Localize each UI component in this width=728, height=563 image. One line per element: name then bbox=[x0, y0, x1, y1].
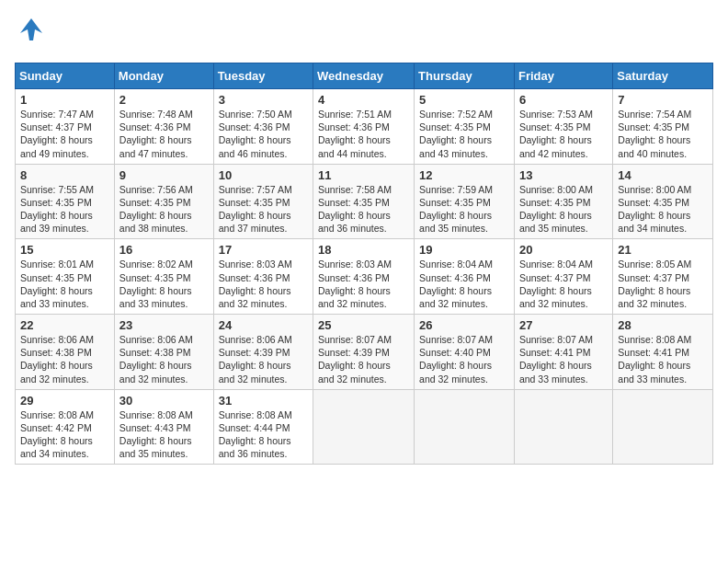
day-number: 10 bbox=[219, 168, 308, 182]
daylight-label: Daylight: 8 hours and 46 minutes. bbox=[219, 134, 291, 158]
daylight-label: Daylight: 8 hours and 49 minutes. bbox=[20, 134, 93, 158]
day-cell-6: 6 Sunrise: 7:53 AM Sunset: 4:35 PM Dayli… bbox=[514, 89, 612, 165]
day-detail: Sunrise: 8:08 AM Sunset: 4:43 PM Dayligh… bbox=[119, 408, 209, 461]
weekday-header-sunday: Sunday bbox=[16, 63, 115, 89]
calendar-week-4: 22 Sunrise: 8:06 AM Sunset: 4:38 PM Dayl… bbox=[16, 315, 713, 390]
sunrise-label: Sunrise: 7:53 AM bbox=[519, 109, 593, 120]
day-cell-15: 15 Sunrise: 8:01 AM Sunset: 4:35 PM Dayl… bbox=[16, 239, 115, 315]
sunrise-label: Sunrise: 8:06 AM bbox=[20, 334, 94, 345]
day-number: 18 bbox=[318, 243, 409, 257]
day-cell-17: 17 Sunrise: 8:03 AM Sunset: 4:36 PM Dayl… bbox=[213, 239, 313, 315]
weekday-header-wednesday: Wednesday bbox=[313, 63, 415, 89]
empty-cell bbox=[514, 389, 612, 465]
daylight-label: Daylight: 8 hours and 38 minutes. bbox=[119, 210, 192, 234]
sunrise-label: Sunrise: 7:50 AM bbox=[219, 109, 292, 120]
daylight-label: Daylight: 8 hours and 32 minutes. bbox=[20, 360, 93, 384]
sunrise-label: Sunrise: 8:07 AM bbox=[519, 334, 593, 345]
svg-marker-0 bbox=[20, 18, 42, 40]
day-detail: Sunrise: 8:06 AM Sunset: 4:38 PM Dayligh… bbox=[119, 333, 209, 385]
daylight-label: Daylight: 8 hours and 35 minutes. bbox=[419, 210, 492, 234]
daylight-label: Daylight: 8 hours and 34 minutes. bbox=[20, 435, 93, 459]
day-detail: Sunrise: 7:58 AM Sunset: 4:35 PM Dayligh… bbox=[318, 183, 409, 236]
day-number: 4 bbox=[318, 93, 409, 107]
day-detail: Sunrise: 8:08 AM Sunset: 4:44 PM Dayligh… bbox=[219, 408, 308, 461]
daylight-label: Daylight: 8 hours and 42 minutes. bbox=[519, 134, 592, 158]
day-detail: Sunrise: 8:07 AM Sunset: 4:39 PM Dayligh… bbox=[318, 333, 409, 385]
page-header bbox=[15, 15, 713, 53]
day-detail: Sunrise: 8:01 AM Sunset: 4:35 PM Dayligh… bbox=[20, 258, 109, 310]
daylight-label: Daylight: 8 hours and 32 minutes. bbox=[219, 360, 291, 384]
day-cell-28: 28 Sunrise: 8:08 AM Sunset: 4:41 PM Dayl… bbox=[613, 315, 713, 390]
sunset-label: Sunset: 4:35 PM bbox=[618, 121, 689, 132]
daylight-label: Daylight: 8 hours and 44 minutes. bbox=[318, 134, 391, 158]
day-number: 16 bbox=[119, 243, 209, 257]
weekday-header-monday: Monday bbox=[114, 63, 213, 89]
day-detail: Sunrise: 8:02 AM Sunset: 4:35 PM Dayligh… bbox=[119, 258, 209, 310]
sunset-label: Sunset: 4:35 PM bbox=[20, 197, 92, 208]
daylight-label: Daylight: 8 hours and 47 minutes. bbox=[119, 134, 192, 158]
sunset-label: Sunset: 4:41 PM bbox=[618, 347, 689, 358]
daylight-label: Daylight: 8 hours and 36 minutes. bbox=[219, 435, 291, 459]
daylight-label: Daylight: 8 hours and 33 minutes. bbox=[618, 360, 690, 384]
sunrise-label: Sunrise: 8:06 AM bbox=[119, 334, 193, 345]
sunrise-label: Sunrise: 8:00 AM bbox=[618, 184, 691, 195]
day-number: 29 bbox=[20, 394, 109, 408]
sunrise-label: Sunrise: 7:58 AM bbox=[318, 184, 392, 195]
sunrise-label: Sunrise: 8:08 AM bbox=[219, 409, 292, 420]
day-detail: Sunrise: 8:08 AM Sunset: 4:42 PM Dayligh… bbox=[20, 408, 109, 461]
day-number: 5 bbox=[419, 93, 509, 107]
day-number: 19 bbox=[419, 243, 509, 257]
sunset-label: Sunset: 4:35 PM bbox=[519, 121, 591, 132]
day-number: 22 bbox=[20, 318, 109, 332]
calendar-week-3: 15 Sunrise: 8:01 AM Sunset: 4:35 PM Dayl… bbox=[16, 239, 713, 315]
day-detail: Sunrise: 8:08 AM Sunset: 4:41 PM Dayligh… bbox=[618, 333, 708, 385]
calendar-week-1: 1 Sunrise: 7:47 AM Sunset: 4:37 PM Dayli… bbox=[16, 89, 713, 165]
day-detail: Sunrise: 7:56 AM Sunset: 4:35 PM Dayligh… bbox=[119, 183, 209, 236]
sunset-label: Sunset: 4:35 PM bbox=[20, 272, 92, 283]
sunset-label: Sunset: 4:35 PM bbox=[318, 197, 390, 208]
sunset-label: Sunset: 4:37 PM bbox=[618, 272, 689, 283]
sunrise-label: Sunrise: 7:52 AM bbox=[419, 109, 493, 120]
sunrise-label: Sunrise: 8:06 AM bbox=[219, 334, 292, 345]
day-cell-18: 18 Sunrise: 8:03 AM Sunset: 4:36 PM Dayl… bbox=[313, 239, 415, 315]
day-cell-20: 20 Sunrise: 8:04 AM Sunset: 4:37 PM Dayl… bbox=[514, 239, 612, 315]
day-cell-9: 9 Sunrise: 7:56 AM Sunset: 4:35 PM Dayli… bbox=[114, 164, 213, 239]
daylight-label: Daylight: 8 hours and 35 minutes. bbox=[119, 435, 192, 459]
sunset-label: Sunset: 4:36 PM bbox=[219, 272, 290, 283]
sunrise-label: Sunrise: 7:54 AM bbox=[618, 109, 691, 120]
day-detail: Sunrise: 7:53 AM Sunset: 4:35 PM Dayligh… bbox=[519, 108, 608, 160]
day-detail: Sunrise: 8:00 AM Sunset: 4:35 PM Dayligh… bbox=[618, 183, 708, 236]
sunrise-label: Sunrise: 7:55 AM bbox=[20, 184, 94, 195]
day-cell-3: 3 Sunrise: 7:50 AM Sunset: 4:36 PM Dayli… bbox=[213, 89, 313, 165]
weekday-header-friday: Friday bbox=[514, 63, 612, 89]
sunrise-label: Sunrise: 8:08 AM bbox=[119, 409, 193, 420]
sunrise-label: Sunrise: 7:59 AM bbox=[419, 184, 493, 195]
day-detail: Sunrise: 7:47 AM Sunset: 4:37 PM Dayligh… bbox=[20, 108, 109, 160]
day-cell-7: 7 Sunrise: 7:54 AM Sunset: 4:35 PM Dayli… bbox=[613, 89, 713, 165]
day-detail: Sunrise: 8:03 AM Sunset: 4:36 PM Dayligh… bbox=[318, 258, 409, 310]
day-detail: Sunrise: 8:04 AM Sunset: 4:36 PM Dayligh… bbox=[419, 258, 509, 310]
day-number: 23 bbox=[119, 318, 209, 332]
sunrise-label: Sunrise: 8:03 AM bbox=[219, 259, 292, 270]
day-cell-14: 14 Sunrise: 8:00 AM Sunset: 4:35 PM Dayl… bbox=[613, 164, 713, 239]
day-number: 30 bbox=[119, 394, 209, 408]
day-number: 31 bbox=[219, 394, 308, 408]
day-number: 7 bbox=[618, 93, 708, 107]
sunrise-label: Sunrise: 7:57 AM bbox=[219, 184, 292, 195]
day-number: 26 bbox=[419, 318, 509, 332]
day-detail: Sunrise: 8:05 AM Sunset: 4:37 PM Dayligh… bbox=[618, 258, 708, 310]
weekday-header-saturday: Saturday bbox=[613, 63, 713, 89]
sunset-label: Sunset: 4:35 PM bbox=[419, 197, 491, 208]
day-number: 21 bbox=[618, 243, 708, 257]
sunset-label: Sunset: 4:35 PM bbox=[519, 197, 591, 208]
day-number: 11 bbox=[318, 168, 409, 182]
day-number: 28 bbox=[618, 318, 708, 332]
sunset-label: Sunset: 4:36 PM bbox=[318, 121, 390, 132]
day-detail: Sunrise: 7:54 AM Sunset: 4:35 PM Dayligh… bbox=[618, 108, 708, 160]
day-detail: Sunrise: 7:51 AM Sunset: 4:36 PM Dayligh… bbox=[318, 108, 409, 160]
day-number: 6 bbox=[519, 93, 608, 107]
sunset-label: Sunset: 4:37 PM bbox=[519, 272, 591, 283]
day-number: 17 bbox=[219, 243, 308, 257]
sunset-label: Sunset: 4:40 PM bbox=[419, 347, 491, 358]
day-cell-5: 5 Sunrise: 7:52 AM Sunset: 4:35 PM Dayli… bbox=[415, 89, 515, 165]
